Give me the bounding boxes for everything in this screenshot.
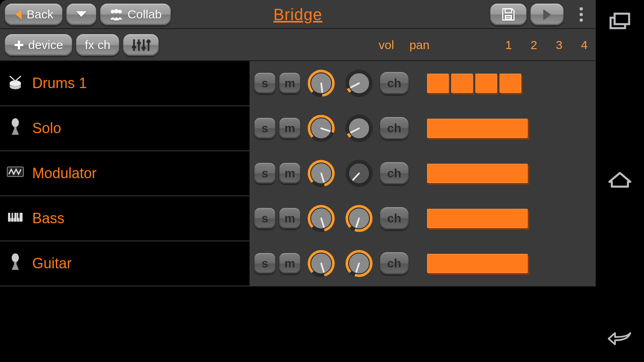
svg-line-21: [321, 83, 322, 92]
pattern-row: [427, 254, 528, 273]
channel-button[interactable]: ch: [380, 252, 409, 275]
pan-knob[interactable]: [342, 66, 376, 100]
pan-knob[interactable]: [342, 247, 376, 280]
mic-icon: [6, 252, 25, 275]
solo-button[interactable]: s: [254, 73, 275, 94]
solo-button[interactable]: s: [254, 253, 275, 274]
track-name[interactable]: Guitar: [0, 252, 250, 275]
svg-point-0: [111, 10, 115, 14]
back-button[interactable]: Back: [5, 4, 62, 25]
solo-button[interactable]: s: [254, 208, 275, 229]
play-icon: [542, 8, 552, 21]
col-num-1: 1: [505, 38, 512, 52]
pan-knob[interactable]: [342, 111, 376, 145]
track-row: Solo s m ch: [0, 106, 596, 151]
track-row: Guitar s m ch: [0, 241, 596, 286]
svg-rect-12: [137, 42, 141, 44]
mixer-button[interactable]: [123, 34, 159, 56]
drums-icon: [6, 72, 25, 95]
track-name[interactable]: Solo: [0, 117, 250, 140]
add-device-label: device: [28, 38, 63, 52]
pattern-block[interactable]: [500, 74, 521, 93]
col-num-2: 2: [530, 38, 537, 52]
track-name[interactable]: Bass: [0, 207, 250, 230]
track-row: Drums 1 s m ch: [0, 61, 596, 106]
mute-button[interactable]: m: [279, 73, 300, 94]
pan-header: pan: [409, 38, 429, 52]
svg-point-1: [114, 9, 118, 14]
fx-channel-button[interactable]: fx ch: [76, 34, 119, 56]
svg-point-2: [118, 10, 122, 14]
overflow-menu-button[interactable]: [572, 7, 591, 22]
volume-knob[interactable]: [304, 156, 338, 190]
collab-button[interactable]: Collab: [100, 4, 171, 25]
track-name[interactable]: Modulator: [0, 162, 250, 185]
home-icon[interactable]: [608, 171, 632, 189]
mute-button[interactable]: m: [279, 163, 300, 184]
track-label: Modulator: [32, 165, 97, 182]
pattern-block[interactable]: [475, 74, 497, 93]
mute-button[interactable]: m: [279, 253, 300, 274]
svg-rect-44: [10, 213, 12, 218]
pattern-block[interactable]: [427, 164, 528, 183]
track-label: Solo: [32, 120, 61, 137]
android-back-icon[interactable]: [607, 330, 633, 346]
track-label: Bass: [32, 210, 64, 227]
track-row: Modulator s m ch: [0, 151, 596, 196]
svg-rect-13: [142, 47, 146, 49]
recent-apps-icon[interactable]: [609, 12, 631, 30]
vol-header: vol: [379, 38, 394, 52]
svg-rect-11: [132, 46, 136, 48]
pattern-block[interactable]: [451, 74, 473, 93]
volume-knob[interactable]: [304, 247, 338, 280]
svg-rect-4: [505, 15, 512, 20]
piano-icon: [6, 207, 25, 230]
svg-point-53: [12, 253, 19, 262]
pattern-block[interactable]: [427, 119, 528, 138]
pan-knob[interactable]: [342, 202, 376, 235]
track-label: Guitar: [32, 255, 72, 272]
track-label: Drums 1: [32, 75, 87, 92]
pattern-block[interactable]: [427, 254, 528, 273]
channel-button[interactable]: ch: [380, 117, 409, 140]
dropdown-button[interactable]: [66, 4, 96, 25]
track-list: Drums 1 s m ch Solo s m: [0, 61, 596, 362]
track-name[interactable]: Drums 1: [0, 72, 250, 95]
mute-button[interactable]: m: [279, 118, 300, 139]
add-device-button[interactable]: device: [5, 34, 72, 56]
volume-knob[interactable]: [304, 202, 338, 235]
sliders-icon: [130, 38, 151, 52]
channel-button[interactable]: ch: [380, 162, 409, 185]
pattern-block[interactable]: [427, 209, 528, 228]
collab-label: Collab: [128, 8, 162, 21]
channel-button[interactable]: ch: [380, 207, 409, 230]
mute-button[interactable]: m: [279, 208, 300, 229]
svg-rect-3: [505, 9, 512, 13]
track-row: Bass s m ch: [0, 196, 596, 241]
col-num-3: 3: [556, 38, 563, 52]
mic-icon: [6, 117, 25, 140]
save-button[interactable]: [490, 4, 526, 25]
solo-button[interactable]: s: [254, 118, 275, 139]
sub-bar: device fx ch vol pan 1 2 3: [0, 29, 596, 61]
solo-button[interactable]: s: [254, 163, 275, 184]
people-icon: [109, 8, 124, 21]
channel-button[interactable]: ch: [380, 72, 409, 95]
volume-knob[interactable]: [304, 66, 338, 100]
chevron-down-icon: [75, 10, 87, 19]
svg-rect-46: [18, 213, 20, 218]
svg-rect-14: [147, 40, 151, 43]
volume-knob[interactable]: [304, 111, 338, 145]
back-label: Back: [27, 8, 54, 21]
pan-knob[interactable]: [342, 156, 376, 190]
play-button[interactable]: [530, 4, 564, 25]
page-title[interactable]: Bridge: [273, 6, 322, 24]
col-num-4: 4: [581, 38, 588, 52]
svg-point-25: [12, 118, 19, 127]
pattern-row: [427, 209, 528, 228]
pattern-row: [427, 74, 521, 93]
pattern-row: [427, 164, 528, 183]
fxch-label: fx ch: [85, 38, 110, 52]
pattern-block[interactable]: [427, 74, 449, 93]
pattern-row: [427, 119, 528, 138]
